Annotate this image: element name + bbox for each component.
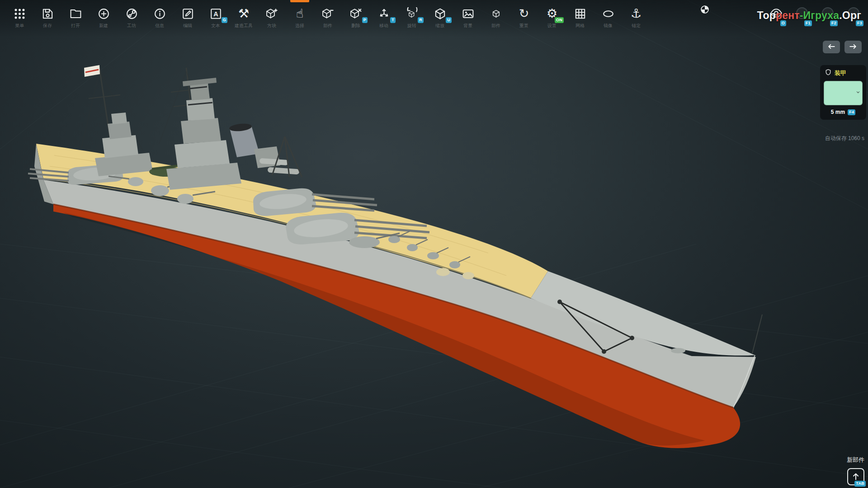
3d-viewport[interactable] (0, 0, 868, 488)
new-part-button[interactable]: TAB (847, 468, 864, 485)
settings-button[interactable]: ⚙设置ON (542, 6, 562, 29)
chevron-down-icon (855, 89, 861, 97)
hotkey-badge: T (390, 17, 396, 23)
new-part-group: 新部件 TAB (847, 456, 864, 485)
build-tools-button[interactable]: ⚒建造工具 (233, 6, 254, 29)
scene (0, 0, 868, 488)
toolbar-item-label: 选择 (295, 23, 304, 29)
move-tool-icon (376, 6, 392, 21)
scale-tool-button[interactable]: 缩放U (429, 6, 450, 29)
toolbar-item-label: 锚定 (632, 23, 641, 29)
anchor-icon: ⚓ (628, 6, 644, 21)
mirror-button[interactable]: 镜像 (598, 6, 618, 29)
toolbar-item-label: 缩放 (435, 23, 444, 29)
toolbar-item-label: 菜单 (15, 23, 24, 29)
autosave-value: 1060 s (848, 135, 864, 141)
hotkey-badge: G (222, 17, 227, 23)
hotkey-badge-f4: F4 (848, 109, 855, 115)
block-count-button[interactable]: 部件 (486, 6, 506, 29)
edit-icon (180, 6, 195, 21)
reset-view-button[interactable]: ↻重置 (514, 6, 534, 29)
autosave-label: 自动保存 (825, 135, 847, 141)
grid-toggle-button[interactable]: 网格 (570, 6, 590, 29)
armor-thickness-value: 5 mm (831, 109, 845, 115)
toolbar-item-label: 编辑 (183, 23, 192, 29)
nav-forward-button[interactable] (844, 41, 862, 53)
grid-toggle-icon (572, 6, 588, 21)
hand-tool-button[interactable]: ☝选择 (289, 6, 310, 29)
toolbar-item-label: 部件 (491, 23, 500, 29)
steam-icon (124, 6, 139, 21)
watermark-text: рент (776, 9, 800, 21)
watermark-text: Тор (757, 9, 776, 21)
folder-open-button[interactable]: 打开 (65, 6, 86, 29)
toolbar-item-label: 打开 (71, 23, 80, 29)
cube-delete-icon (348, 6, 363, 21)
hotkey-badge: R (418, 17, 424, 23)
toolbar-item-label: 重置 (519, 23, 528, 29)
toolbar-item-label: 新建 (99, 23, 108, 29)
active-tool-indicator (290, 0, 309, 2)
text-tool-button[interactable]: A文本G (205, 6, 226, 29)
cube-delete-button[interactable]: 删除P (345, 6, 366, 29)
hotkey-badge: U (446, 17, 452, 23)
hotkey-badge: ON (555, 17, 564, 23)
watermark-text: -Игруха (800, 9, 840, 21)
reset-view-icon: ↻ (516, 6, 532, 21)
armor-panel: 装甲 5 mm F4 (820, 65, 866, 120)
nav-back-icon (827, 42, 836, 52)
toolbar-item-label: 镜像 (604, 23, 613, 29)
nav-forward-icon (849, 42, 858, 52)
toolbar-item-label: 移动 (379, 23, 388, 29)
autosave-status: 自动保存 1060 s (825, 135, 864, 142)
mirror-icon (600, 6, 616, 21)
main-toolbar: 菜单保存打开新建工坊信息编辑A文本G⚒建造工具方块☝选择部件删除P移动T旋转R缩… (0, 0, 646, 29)
cube-add-button[interactable]: 方块 (261, 6, 282, 29)
build-tools-icon: ⚒ (236, 6, 251, 21)
steam-button[interactable]: 工坊 (121, 6, 142, 29)
grid-menu-icon (12, 6, 27, 21)
rotate-tool-icon (404, 6, 420, 21)
toolbar-item-label: 保存 (43, 23, 52, 29)
toolbar-item-label: 删除 (351, 23, 360, 29)
anchor-button[interactable]: ⚓锚定 (626, 6, 646, 29)
shield-icon (825, 69, 832, 78)
nav-back-button[interactable] (823, 41, 840, 53)
armor-color-swatch[interactable] (824, 81, 863, 105)
edit-button[interactable]: 编辑 (177, 6, 198, 29)
toolbar-item-label: 设置 (547, 23, 557, 29)
toolbar-item-label: 方块 (267, 23, 276, 29)
hotkey-badge-tab: TAB (854, 481, 866, 487)
armor-panel-title: 装甲 (835, 69, 846, 77)
new-plus-icon (96, 6, 111, 21)
toolbar-item-label: 建造工具 (235, 23, 253, 29)
new-plus-button[interactable]: 新建 (93, 6, 114, 29)
folder-open-icon (68, 6, 83, 21)
toolbar-item-label: 网格 (576, 23, 585, 29)
scale-tool-icon (432, 6, 448, 21)
save-button[interactable]: 保存 (37, 6, 58, 29)
block-count-icon (488, 6, 504, 21)
svg-text:A: A (213, 10, 218, 18)
move-tool-button[interactable]: 移动T (373, 6, 394, 29)
grid-menu-button[interactable]: 菜单 (9, 6, 30, 29)
rotate-tool-button[interactable]: 旋转R (401, 6, 422, 29)
new-part-label: 新部件 (847, 456, 864, 464)
toolbar-item-label: 部件 (323, 23, 332, 29)
undo-redo-group (823, 41, 862, 53)
cube-remove-icon (320, 6, 335, 21)
cube-remove-button[interactable]: 部件 (317, 6, 338, 29)
background-button[interactable]: 背景 (458, 6, 478, 29)
toolbar-item-label: 信息 (155, 23, 164, 29)
toolbar-item-label: 背景 (463, 23, 472, 29)
pivot-indicator-icon[interactable] (700, 5, 710, 14)
hand-tool-icon: ☝ (292, 6, 307, 21)
text-tool-icon: A (208, 6, 223, 21)
toolbar-item-label: 文本 (211, 23, 220, 29)
info-button[interactable]: 信息 (149, 6, 170, 29)
toolbar: 菜单保存打开新建工坊信息编辑A文本G⚒建造工具方块☝选择部件删除P移动T旋转R缩… (0, 0, 868, 37)
toolbar-item-label: 旋转 (407, 23, 416, 29)
info-icon (152, 6, 167, 21)
save-icon (40, 6, 55, 21)
cube-add-icon (264, 6, 279, 21)
